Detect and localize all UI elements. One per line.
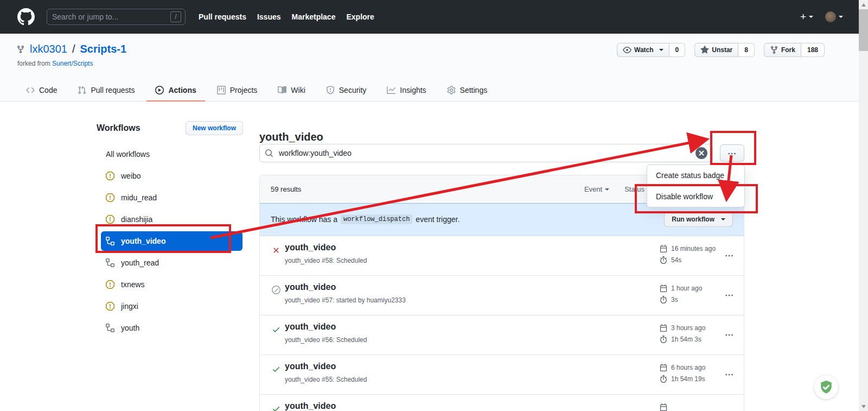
user-menu[interactable]	[825, 11, 843, 22]
chevron-down-icon	[659, 49, 663, 51]
tab-insights[interactable]: Insights	[378, 79, 435, 102]
chevron-down-icon	[839, 16, 843, 18]
run-row[interactable]: youth_video youth_video #58: Scheduled 1…	[260, 236, 744, 275]
sidebar-item-txnews[interactable]: txnews	[101, 274, 242, 295]
run-subtitle: youth_video #57: started by huamiyu2333	[285, 296, 406, 304]
repo-owner-link[interactable]: lxk0301	[30, 43, 67, 55]
sidebar-item-dianshijia[interactable]: dianshijia	[101, 208, 242, 230]
cancelled-icon	[272, 286, 280, 294]
tab-pull-requests[interactable]: Pull requests	[69, 79, 143, 102]
scrollbar-thumb[interactable]	[859, 9, 868, 51]
run-title[interactable]: youth_video	[285, 243, 336, 252]
run-title[interactable]: youth_video	[285, 322, 336, 332]
repo-header: lxk0301 / Scripts-1 forked from Sunert/S…	[0, 34, 868, 102]
workflow-options-menu: Create status badge Disable workflow	[647, 165, 745, 207]
run-title[interactable]: youth_video	[285, 362, 336, 371]
workflows-list: All workflows weibo midu_read dianshijia…	[97, 143, 243, 339]
plus-icon: +	[800, 11, 806, 23]
forked-from: forked from Sunert/Scripts	[17, 60, 93, 67]
run-workflow-button[interactable]: Run workflow	[664, 212, 733, 227]
sidebar-item-youth-read[interactable]: youth_read	[101, 252, 242, 274]
calendar-icon	[660, 245, 667, 252]
nav-marketplace[interactable]: Marketplace	[292, 12, 336, 21]
fork-count[interactable]: 188	[801, 43, 825, 57]
run-title[interactable]: youth_video	[285, 401, 336, 411]
x-failed-icon	[272, 246, 280, 255]
eye-icon	[623, 46, 631, 54]
star-count[interactable]: 8	[738, 43, 755, 57]
vertical-scrollbar[interactable]	[859, 0, 868, 411]
sidebar-item-midu-read[interactable]: midu_read	[101, 187, 242, 208]
run-meta: 6 hours ago 1h 54m 19s	[660, 362, 705, 384]
sidebar-item-all-workflows[interactable]: All workflows	[101, 143, 242, 165]
stopwatch-icon	[660, 256, 667, 264]
adguard-extension-badge[interactable]	[814, 375, 838, 399]
nav-issues[interactable]: Issues	[257, 12, 281, 21]
sidebar-item-youth-video[interactable]: youth_video	[101, 231, 242, 251]
menu-item-disable-workflow[interactable]: Disable workflow	[647, 186, 744, 207]
repo-name-link[interactable]: Scripts-1	[80, 43, 127, 55]
run-meta: 3 hours ago 1h 54m 3s	[660, 322, 705, 345]
watch-button[interactable]: Watch	[617, 43, 669, 57]
warning-icon	[106, 215, 114, 224]
run-row[interactable]: youth_video youth_video #55: Scheduled 6…	[260, 355, 744, 394]
run-subtitle: youth_video #58: Scheduled	[285, 257, 367, 264]
results-count: 59 results	[271, 185, 301, 193]
menu-item-create-status-badge[interactable]: Create status badge	[647, 165, 744, 186]
github-logo-icon[interactable]	[17, 8, 35, 26]
top-navbar: / Pull requests Issues Marketplace Explo…	[0, 0, 868, 34]
new-workflow-button[interactable]: New workflow	[186, 121, 243, 135]
run-options-button[interactable]: ⋯	[725, 369, 734, 380]
play-icon	[155, 86, 164, 94]
workflow-search[interactable]	[259, 144, 713, 162]
tab-projects[interactable]: Projects	[208, 79, 266, 102]
create-new-menu[interactable]: +	[800, 11, 813, 23]
scrollbar-down-button[interactable]	[859, 402, 868, 411]
repo-actions: Watch 0 Unstar 8 Fork 188	[617, 43, 825, 57]
check-icon	[272, 404, 280, 411]
sidebar-item-jingxi[interactable]: jingxi	[101, 295, 242, 317]
banner-text: event trigger.	[416, 215, 459, 224]
scrollbar-up-button[interactable]	[859, 0, 868, 9]
run-title[interactable]: youth_video	[285, 282, 336, 292]
calendar-icon	[660, 324, 667, 332]
stopwatch-icon	[660, 296, 667, 303]
check-icon	[272, 365, 280, 374]
triangle-up-icon	[861, 3, 866, 7]
forked-from-link[interactable]: Sunert/Scripts	[52, 60, 93, 67]
tab-security[interactable]: Security	[317, 79, 375, 102]
run-options-button[interactable]: ⋯	[725, 330, 734, 340]
shield-icon	[326, 86, 335, 94]
run-options-button[interactable]: ⋯	[725, 290, 734, 300]
nav-pull-requests[interactable]: Pull requests	[199, 12, 246, 21]
repo-title-separator: /	[72, 43, 75, 55]
primary-nav: Pull requests Issues Marketplace Explore	[199, 12, 374, 21]
warning-icon	[106, 193, 114, 202]
run-row[interactable]: youth_video	[260, 394, 744, 411]
watch-count[interactable]: 0	[669, 43, 686, 57]
global-search[interactable]: /	[47, 9, 186, 25]
nav-explore[interactable]: Explore	[346, 12, 374, 21]
run-options-button[interactable]: ⋯	[725, 250, 734, 261]
unstar-button[interactable]: Unstar	[694, 43, 738, 57]
global-search-input[interactable]	[51, 12, 170, 22]
triangle-down-icon	[861, 405, 866, 408]
workflow-search-input[interactable]	[278, 148, 695, 158]
run-row[interactable]: youth_video youth_video #56: Scheduled 3…	[260, 315, 744, 355]
tab-settings[interactable]: Settings	[438, 79, 496, 102]
workflow-options-button[interactable]: ⋯	[720, 144, 744, 162]
tab-actions[interactable]: Actions	[146, 79, 205, 102]
clear-search-button[interactable]	[695, 147, 707, 159]
run-row[interactable]: youth_video youth_video #57: started by …	[260, 275, 744, 315]
sidebar-item-weibo[interactable]: weibo	[101, 165, 242, 187]
search-icon	[265, 149, 273, 157]
unstar-label: Unstar	[712, 46, 732, 54]
repo-forked-icon	[16, 45, 25, 54]
stopwatch-icon	[660, 336, 667, 343]
tab-code[interactable]: Code	[17, 79, 66, 102]
tab-wiki[interactable]: Wiki	[269, 79, 314, 102]
warning-icon	[106, 280, 114, 289]
fork-button[interactable]: Fork	[764, 43, 801, 57]
sidebar-item-youth[interactable]: youth	[101, 317, 242, 339]
event-filter[interactable]: Event	[584, 185, 609, 193]
